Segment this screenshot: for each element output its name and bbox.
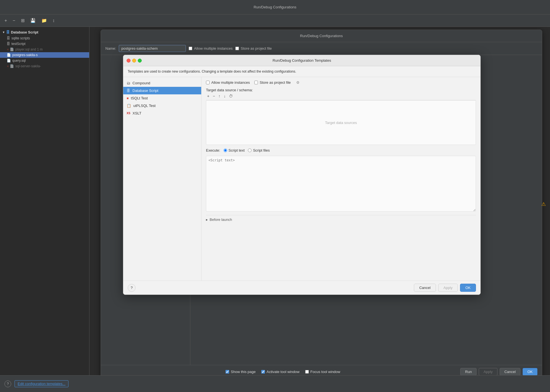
activate-tool-text: Activate tool window: [267, 370, 300, 374]
config-item-xslt[interactable]: XS XSLT: [123, 109, 201, 117]
activate-tool-checkbox[interactable]: [261, 370, 265, 374]
target-history-btn[interactable]: ⏱: [228, 93, 234, 99]
store-project-checkbox[interactable]: [235, 47, 239, 50]
bottom-bar: ? Edit configuration templates...: [0, 375, 550, 392]
chevron-right-icon: ▸: [206, 217, 208, 222]
sidebar-item-sqlite[interactable]: 🗄 sqlite scripts: [0, 35, 89, 41]
allow-multiple-label[interactable]: Allow multiple instances: [189, 46, 233, 51]
sidebar-item-query[interactable]: 📄 query.sql: [0, 58, 89, 63]
config-item-label: Database Script: [132, 89, 158, 93]
config-list: 🗂 Compound 🗄 Database Script ■ tSQLt Tes…: [123, 77, 201, 281]
sort-button[interactable]: ↕: [51, 17, 56, 24]
target-remove-btn[interactable]: −: [212, 93, 216, 99]
warning-icon: ⚠: [541, 201, 546, 207]
allow-multiple-template-checkbox[interactable]: [206, 81, 210, 84]
help-button[interactable]: ?: [128, 284, 136, 292]
error-icon: ✕: [7, 65, 9, 68]
outer-dialog-title: Run/Debug Configurations: [300, 34, 343, 38]
xslt-icon: XS: [127, 112, 130, 115]
script-files-option[interactable]: Script files: [248, 148, 270, 152]
sidebar-item-label: postgres-sakila-s: [12, 53, 38, 57]
config-item-database-script[interactable]: 🗄 Database Script: [123, 87, 201, 94]
store-project-text: Store as project file: [241, 46, 272, 51]
focus-tool-label[interactable]: Focus tool window: [305, 370, 340, 374]
close-button[interactable]: [127, 59, 131, 63]
target-down-btn[interactable]: ↓: [222, 93, 227, 99]
script-text-option[interactable]: Script text: [224, 148, 245, 152]
allow-multiple-text: Allow multiple instances: [194, 46, 233, 51]
database-script-icon: 🗄: [127, 89, 130, 93]
script-files-radio[interactable]: [248, 149, 252, 152]
minimize-button[interactable]: [132, 59, 136, 63]
target-add-btn[interactable]: +: [206, 93, 210, 99]
sidebar-item-label: query.sql: [12, 59, 26, 63]
remove-button[interactable]: −: [11, 17, 17, 24]
copy-button[interactable]: ⊞: [19, 17, 26, 24]
show-page-text: Show this page: [231, 370, 256, 374]
outer-apply-button[interactable]: Apply: [479, 368, 497, 375]
store-project-template-checkbox[interactable]: [254, 81, 258, 84]
allow-multiple-template-text: Allow multiple instances: [211, 80, 250, 85]
outer-cancel-button[interactable]: Cancel: [500, 368, 520, 375]
outer-ok-button[interactable]: OK: [523, 368, 537, 375]
target-toolbar: + − ↑ ↓ ⏱: [206, 92, 476, 100]
script-text-radio[interactable]: [224, 149, 227, 152]
sidebar-section-label: Database Script: [11, 30, 38, 34]
template-body: 🗂 Compound 🗄 Database Script ■ tSQLt Tes…: [123, 77, 480, 281]
sidebar-item-player[interactable]: ✕ 📄 player.sql and 1 m: [0, 47, 89, 52]
footer-left: ?: [128, 284, 136, 292]
template-titlebar: Run/Debug Configuration Templates: [123, 55, 480, 66]
allow-multiple-template-label[interactable]: Allow multiple instances: [206, 80, 250, 85]
file-icon: 📄: [10, 47, 14, 51]
show-page-label[interactable]: Show this page: [226, 370, 256, 374]
cancel-button[interactable]: Cancel: [414, 284, 436, 292]
focus-tool-text: Focus tool window: [310, 370, 340, 374]
add-button[interactable]: +: [3, 17, 9, 24]
sidebar-section-database-script[interactable]: ▼ 🗄 Database Script: [0, 29, 89, 35]
run-button[interactable]: Run: [460, 368, 476, 375]
apply-button[interactable]: Apply: [438, 284, 458, 292]
template-description: Templates are used to create new configu…: [123, 66, 480, 77]
config-item-compound[interactable]: 🗂 Compound: [123, 79, 201, 87]
target-up-btn[interactable]: ↑: [217, 93, 221, 99]
sidebar-item-sqlserver[interactable]: ✕ 📄 sql-server-sakila-: [0, 63, 89, 69]
settings-icon: ⚙: [296, 80, 300, 85]
allow-multiple-checkbox[interactable]: [189, 47, 192, 50]
script-files-label: Script files: [253, 148, 270, 152]
maximize-button[interactable]: [138, 59, 142, 63]
store-project-template-text: Store as project file: [260, 80, 291, 85]
execute-label: Execute:: [206, 148, 220, 152]
config-options-row: Allow multiple instances Store as projec…: [206, 80, 476, 85]
chevron-icon: ▼: [2, 31, 5, 34]
before-launch-section: ▸ Before launch: [206, 215, 476, 222]
focus-tool-checkbox[interactable]: [305, 370, 309, 374]
data-source-placeholder: Target data sources: [325, 121, 357, 125]
file-icon: 📄: [7, 53, 11, 57]
sidebar-item-postgres[interactable]: 📄 postgres-sakila-s: [0, 52, 89, 58]
config-item-tsqlt[interactable]: ■ tSQLt Test: [123, 94, 201, 102]
before-launch-label: Before launch: [210, 217, 232, 222]
config-right-panel: Allow multiple instances Store as projec…: [201, 77, 480, 281]
db-icon: 🗄: [7, 36, 10, 40]
activate-tool-label[interactable]: Activate tool window: [261, 370, 300, 374]
template-footer: ? Cancel Apply OK: [123, 281, 480, 295]
show-page-checkbox[interactable]: [226, 370, 229, 374]
sidebar-item-label: testScript: [11, 42, 25, 46]
save-button[interactable]: 💾: [29, 17, 37, 24]
store-project-label[interactable]: Store as project file: [235, 46, 272, 51]
folder-button[interactable]: 📁: [40, 17, 49, 24]
file-icon: 📄: [7, 59, 11, 63]
edit-config-link[interactable]: Edit configuration templates...: [15, 380, 68, 387]
name-label: Name:: [105, 46, 116, 51]
help-bottom-button[interactable]: ?: [4, 381, 11, 387]
script-textarea[interactable]: [206, 156, 476, 212]
store-project-template-label[interactable]: Store as project file: [254, 80, 291, 85]
ok-button[interactable]: OK: [460, 284, 476, 292]
config-item-utplsql[interactable]: 📋 utPLSQL Test: [123, 102, 201, 109]
sidebar-item-testscript[interactable]: 🗄 testScript: [0, 41, 89, 47]
traffic-lights: [127, 59, 142, 63]
config-item-label: utPLSQL Test: [133, 104, 156, 108]
error-icon: ✕: [7, 48, 9, 51]
outer-footer-right: Run Apply Cancel OK: [460, 368, 537, 375]
name-input[interactable]: [119, 45, 186, 52]
